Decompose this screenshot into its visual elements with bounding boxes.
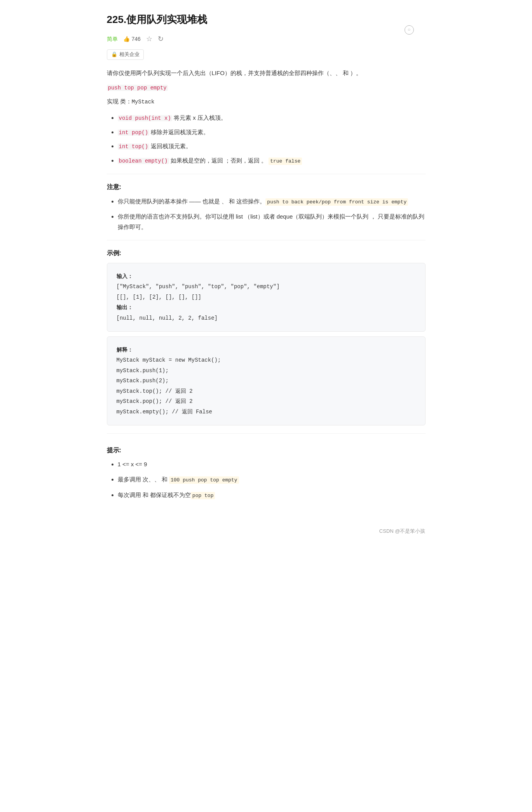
hint-item-3: 每次调用 和 都保证栈不为空pop top xyxy=(118,490,426,500)
hint-code-2: 100 push pop top empty xyxy=(169,476,239,484)
input-line2: [[], [1], [2], [], [], []] xyxy=(117,294,201,300)
footer-text: CSDN @不是笨小孩 xyxy=(379,528,426,534)
input-line1: ["MyStack", "push", "push", "top", "pop"… xyxy=(117,284,280,290)
output-value: [null, null, null, 2, 2, false] xyxy=(117,315,218,321)
hints-title: 提示: xyxy=(107,445,426,455)
method-push: void push(int x) 将元素 x 压入栈顶。 xyxy=(118,113,426,123)
operations-code: push top pop empty xyxy=(107,85,168,91)
example-title: 示例: xyxy=(107,248,426,258)
difficulty-badge: 简单 xyxy=(107,35,118,43)
company-tag-label: 相关企业 xyxy=(119,51,140,59)
method-empty-desc: 如果栈是空的，返回 ；否则，返回 。 true false xyxy=(171,157,302,164)
company-tag[interactable]: 🔒 相关企业 xyxy=(107,49,144,60)
note-list: 你只能使用队列的基本操作 —— 也就是 、 和 这些操作。push to bac… xyxy=(107,196,426,232)
footer: CSDN @不是笨小孩 xyxy=(107,523,426,536)
hints-list: 1 <= x <= 9 最多调用 次、、 和 100 push pop top … xyxy=(107,459,426,500)
star-icon[interactable]: ☆ xyxy=(146,33,152,45)
operations-line: push top pop empty xyxy=(107,82,426,93)
note-title: 注意: xyxy=(107,182,426,192)
note-item-2: 你所使用的语言也许不支持队列。你可以使用 list （list）或者 deque… xyxy=(118,211,426,232)
method-empty-code: boolean empty() xyxy=(118,158,169,164)
note-item-1: 你只能使用队列的基本操作 —— 也就是 、 和 这些操作。push to bac… xyxy=(118,196,426,206)
input-label: 输入： xyxy=(117,273,133,279)
explain-line-4: myStack.top(); // 返回 2 xyxy=(117,388,193,394)
method-push-desc: 将元素 x 压入栈顶。 xyxy=(174,114,227,121)
explain-block: 解释： MyStack myStack = new MyStack(); myS… xyxy=(107,336,426,425)
method-pop-desc: 移除并返回栈顶元素。 xyxy=(151,129,209,135)
explain-line-2: myStack.push(1); xyxy=(117,368,169,374)
circle-icon[interactable]: ○ xyxy=(405,25,414,35)
divider-3 xyxy=(107,433,426,434)
problem-description: 请你仅使用两个队列实现一个后入先出（LIFO）的栈，并支持普通栈的全部四种操作（… xyxy=(107,68,426,78)
explain-line-3: myStack.push(2); xyxy=(117,378,169,384)
method-top: int top() 返回栈顶元素。 xyxy=(118,141,426,152)
thumb-icon: 👍 xyxy=(123,35,130,43)
example-section: 示例: 输入： ["MyStack", "push", "push", "top… xyxy=(107,248,426,425)
note-code-1: push to back peek/pop from front size is… xyxy=(265,198,408,206)
class-name: MyStack xyxy=(132,99,155,105)
meta-row: 简单 👍 746 ☆ ↻ xyxy=(107,33,426,45)
method-empty: boolean empty() 如果栈是空的，返回 ；否则，返回 。 true … xyxy=(118,156,426,166)
divider-1 xyxy=(107,174,426,174)
output-label: 输出： xyxy=(117,304,133,310)
note-section: 注意: 你只能使用队列的基本操作 —— 也就是 、 和 这些操作。push to… xyxy=(107,182,426,232)
hint-item-2: 最多调用 次、、 和 100 push pop top empty xyxy=(118,474,426,485)
explain-line-6: myStack.empty(); // 返回 False xyxy=(117,409,212,415)
method-top-code: int top() xyxy=(118,144,150,150)
method-push-code: void push(int x) xyxy=(118,115,172,121)
example-block: 输入： ["MyStack", "push", "push", "top", "… xyxy=(107,263,426,332)
implement-line: 实现 类：MyStack xyxy=(107,97,426,106)
refresh-icon[interactable]: ↻ xyxy=(158,33,164,45)
explain-line-1: MyStack myStack = new MyStack(); xyxy=(117,357,221,363)
method-pop-code: int pop() xyxy=(118,130,150,136)
hint-code-3: pop top xyxy=(191,492,215,499)
method-top-desc: 返回栈顶元素。 xyxy=(151,143,192,149)
hint-item-1: 1 <= x <= 9 xyxy=(118,459,426,469)
method-pop: int pop() 移除并返回栈顶元素。 xyxy=(118,127,426,138)
page-title: 225.使用队列实现堆栈 xyxy=(107,12,426,28)
explain-label: 解释： xyxy=(117,346,133,353)
method-list: void push(int x) 将元素 x 压入栈顶。 int pop() 移… xyxy=(107,113,426,166)
hints-section: 提示: 1 <= x <= 9 最多调用 次、、 和 100 push pop … xyxy=(107,445,426,500)
like-count: 👍 746 xyxy=(123,35,141,43)
divider-2 xyxy=(107,240,426,240)
lock-icon: 🔒 xyxy=(111,51,117,59)
explain-line-5: myStack.pop(); // 返回 2 xyxy=(117,398,193,404)
